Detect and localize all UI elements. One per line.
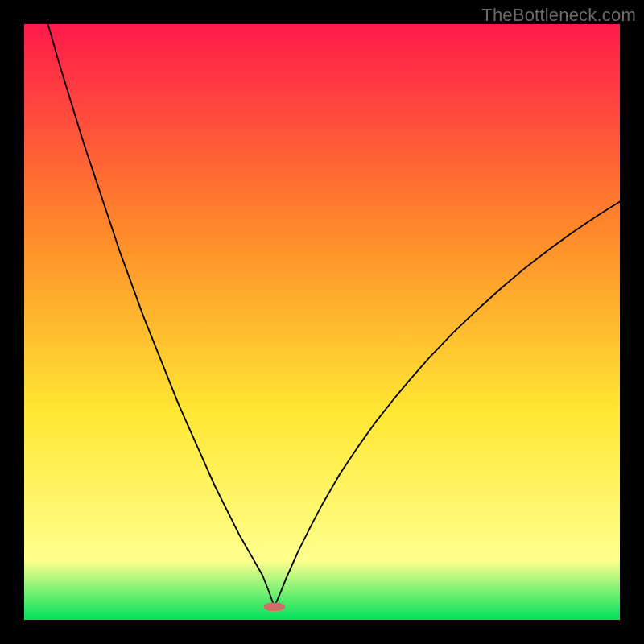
vertex-marker <box>263 603 285 611</box>
gradient-background <box>24 24 620 620</box>
bottleneck-chart <box>24 24 620 620</box>
chart-container: TheBottleneck.com <box>0 0 644 644</box>
watermark-text: TheBottleneck.com <box>481 5 636 26</box>
